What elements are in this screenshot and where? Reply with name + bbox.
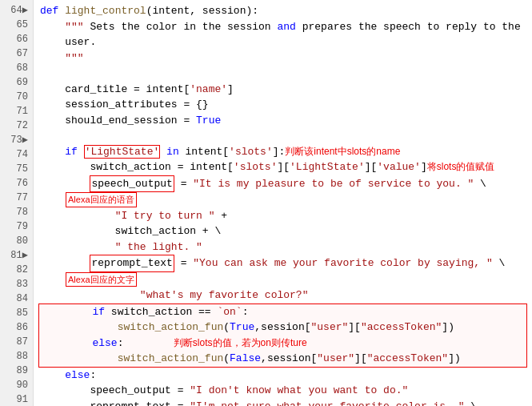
code-line-84: switch_action_fun(False,session["user"][… <box>38 351 527 368</box>
ln-85: 85 <box>5 306 28 320</box>
code-line-83: else: 判断slots的值，若为on则传ture <box>38 336 527 352</box>
ln-72: 72 <box>5 119 28 133</box>
code-line-81: if switch_action == `on`: <box>38 303 527 320</box>
ln-84: 84 <box>5 291 28 306</box>
ln-77: 77 <box>5 191 28 205</box>
ln-74: 74 <box>5 147 28 162</box>
ln-86: 86 <box>5 320 28 335</box>
ln-68: 68 <box>5 61 28 75</box>
code-line-66: user. <box>34 34 532 50</box>
line-numbers: 64▶ 65 66 67 68 69 70 71 72 73▶ 74 75 76… <box>0 0 34 406</box>
ln-75: 75 <box>5 162 28 176</box>
code-content[interactable]: def light_control(intent, session): """ … <box>34 0 532 406</box>
code-line-87: reprompt_text = "I'm not sure what your … <box>34 399 532 407</box>
code-line-73: if 'LightState' in intent['slots']:判断该in… <box>34 144 532 160</box>
code-line-85: else: <box>34 368 532 384</box>
code-line-79: reprompt_text = "You can ask me your fav… <box>34 255 532 272</box>
ln-88: 88 <box>5 349 28 364</box>
ln-83: 83 <box>5 277 28 291</box>
ln-64: 64▶ <box>5 3 28 18</box>
code-line-69: card_title = intent['name'] <box>34 82 532 98</box>
ln-90: 90 <box>5 378 28 392</box>
code-line-71: should_end_session = True <box>34 113 532 129</box>
ln-82: 82 <box>5 263 28 277</box>
ln-87: 87 <box>5 335 28 349</box>
code-line-64: def light_control(intent, session): <box>34 3 532 19</box>
ln-71: 71 <box>5 104 28 119</box>
code-line-68 <box>34 66 532 82</box>
ln-70: 70 <box>5 90 28 104</box>
code-editor: 64▶ 65 66 67 68 69 70 71 72 73▶ 74 75 76… <box>0 0 532 406</box>
ln-81: 81▶ <box>5 248 28 263</box>
ln-91: 91 <box>5 392 28 406</box>
ln-79: 79 <box>5 219 28 234</box>
code-line-74: switch_action = intent['slots']['LightSt… <box>34 159 532 175</box>
ln-73: 73▶ <box>5 133 28 147</box>
ln-80: 80 <box>5 234 28 248</box>
code-line-77: switch_action + \ <box>34 223 532 239</box>
code-line-70: session_attributes = {} <box>34 97 532 113</box>
ln-76: 76 <box>5 176 28 191</box>
code-line-78: " the light. " <box>34 239 532 255</box>
code-line-75b: Alexa回应的语音 <box>34 192 532 208</box>
code-line-80: "what's my favorite color?" <box>34 287 532 303</box>
ln-67: 67 <box>5 46 28 61</box>
ln-65: 65 <box>5 18 28 32</box>
code-line-79b: Alexa回应的文字 <box>34 272 532 288</box>
code-line-67: """ <box>34 50 532 66</box>
code-line-76: "I try to turn " + <box>34 208 532 224</box>
ln-78: 78 <box>5 205 28 219</box>
code-line-65: """ Sets the color in the session and pr… <box>34 19 532 35</box>
code-line-72 <box>34 128 532 144</box>
code-line-86: speech_output = "I don't know what you w… <box>34 383 532 399</box>
ln-66: 66 <box>5 32 28 46</box>
code-line-82: switch_action_fun(True,session["user"]["… <box>38 320 527 336</box>
code-line-75: speech_output = "It is my pleasure to be… <box>34 175 532 193</box>
ln-69: 69 <box>5 75 28 90</box>
ln-89: 89 <box>5 364 28 378</box>
